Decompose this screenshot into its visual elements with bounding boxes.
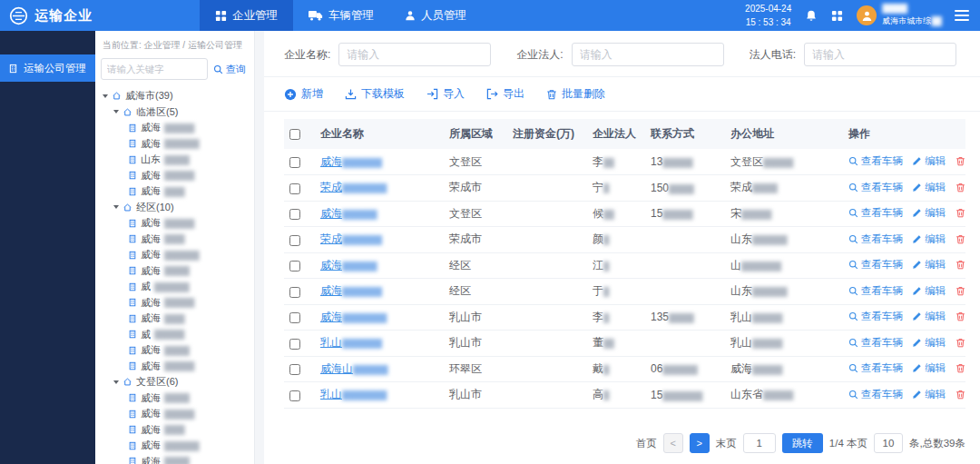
tree-search-input[interactable] <box>101 58 208 80</box>
view-vehicles-link[interactable]: 查看车辆 <box>848 336 903 350</box>
tree-node-city[interactable]: 威海市(39) <box>101 88 254 104</box>
tab-enterprise-management[interactable]: 企业管理 <box>200 0 293 31</box>
tree-node-company[interactable]: 威海████ <box>101 183 254 200</box>
edit-link[interactable]: 编辑 <box>912 206 946 220</box>
view-vehicles-link[interactable]: 查看车辆 <box>848 284 903 298</box>
row-checkbox[interactable] <box>289 287 300 298</box>
delete-link[interactable]: 删除 <box>956 206 965 220</box>
company-name-link[interactable]: 威海山███████ <box>320 362 387 375</box>
tree-node-company[interactable]: 威██████ <box>101 327 254 343</box>
view-vehicles-link[interactable]: 查看车辆 <box>848 154 903 168</box>
row-checkbox[interactable] <box>289 183 300 194</box>
tab-vehicle-management[interactable]: 车辆管理 <box>293 0 389 31</box>
view-vehicles-link[interactable]: 查看车辆 <box>848 388 903 401</box>
delete-link[interactable]: 删除 <box>956 181 965 194</box>
apps-grid-icon[interactable] <box>831 10 843 22</box>
company-name-link[interactable]: 威海████████ <box>320 284 381 297</box>
edit-link[interactable]: 编辑 <box>912 310 946 323</box>
export-button[interactable]: 导出 <box>486 86 524 102</box>
download-template-button[interactable]: 下载模板 <box>345 86 405 102</box>
delete-link[interactable]: 删除 <box>956 388 965 401</box>
tree-node-region[interactable]: 临港区(5) <box>101 104 254 121</box>
row-checkbox[interactable] <box>289 209 300 220</box>
tree-node-region[interactable]: 经区(10) <box>101 200 254 216</box>
tree-node-company[interactable]: 威海█████ <box>101 454 254 464</box>
add-button[interactable]: 新增 <box>284 86 323 102</box>
edit-link[interactable]: 编辑 <box>912 232 946 246</box>
row-checkbox[interactable] <box>289 339 300 350</box>
row-checkbox[interactable] <box>289 312 300 323</box>
tree-node-company[interactable]: 威海███████ <box>101 247 254 263</box>
edit-link[interactable]: 编辑 <box>912 361 946 375</box>
company-name-link[interactable]: 威海█████████ <box>320 311 386 323</box>
tree-node-company[interactable]: 威海█████ <box>101 263 254 280</box>
company-name-link[interactable]: 乳山█████████ <box>320 388 386 400</box>
row-checkbox[interactable] <box>289 235 300 246</box>
company-name-link[interactable]: 威海███████ <box>320 259 377 271</box>
delete-link[interactable]: 删除 <box>956 154 965 168</box>
company-name-link[interactable]: 乳山████████ <box>320 336 381 349</box>
company-name-link[interactable]: 荣成█████████ <box>320 181 386 193</box>
tree-search-button[interactable]: 查询 <box>211 58 249 80</box>
edit-link[interactable]: 编辑 <box>912 336 946 350</box>
company-name-link[interactable]: 威海████████ <box>320 155 381 168</box>
tree-node-region[interactable]: 文登区(6) <box>101 374 254 390</box>
pagination-prev[interactable]: < <box>663 433 683 453</box>
edit-link[interactable]: 编辑 <box>912 181 946 194</box>
edit-link[interactable]: 编辑 <box>912 258 946 271</box>
delete-link[interactable]: 删除 <box>956 361 965 375</box>
view-vehicles-link[interactable]: 查看车辆 <box>848 258 903 271</box>
pagination-first[interactable]: 首页 <box>636 437 657 450</box>
tree-node-company[interactable]: 威海██████ <box>101 406 254 422</box>
tree-node-company[interactable]: 威海██████ <box>101 215 254 232</box>
bell-icon[interactable] <box>805 9 818 23</box>
select-all-checkbox[interactable] <box>289 129 300 140</box>
tree-node-company[interactable]: 威海█████ <box>101 390 254 407</box>
view-vehicles-link[interactable]: 查看车辆 <box>848 181 903 194</box>
tree-node-company[interactable]: 威海████ <box>101 422 254 439</box>
pagination-page-input[interactable] <box>743 433 776 453</box>
row-checkbox[interactable] <box>289 157 300 168</box>
delete-link[interactable]: 删除 <box>956 284 965 298</box>
pagination-last[interactable]: 末页 <box>716 437 737 450</box>
tree-node-company[interactable]: 威海██████ <box>101 359 254 375</box>
view-vehicles-link[interactable]: 查看车辆 <box>848 361 903 375</box>
tree-node-company[interactable]: 威海████ <box>101 232 254 248</box>
edit-link[interactable]: 编辑 <box>912 388 946 401</box>
view-vehicles-link[interactable]: 查看车辆 <box>848 232 903 246</box>
edit-link[interactable]: 编辑 <box>912 284 946 298</box>
batch-delete-button[interactable]: 批量删除 <box>546 86 605 102</box>
row-checkbox[interactable] <box>289 261 300 271</box>
view-vehicles-link[interactable]: 查看车辆 <box>848 310 903 323</box>
rail-item-transport-company-mgmt[interactable]: 运输公司管理 <box>0 54 95 82</box>
pagination-jump-button[interactable]: 跳转 <box>782 433 823 453</box>
legal-person-input[interactable] <box>572 43 724 66</box>
tree-node-company[interactable]: 威海█████ <box>101 342 254 359</box>
import-button[interactable]: 导入 <box>426 86 465 102</box>
edit-link[interactable]: 编辑 <box>912 154 946 168</box>
delete-link[interactable]: 删除 <box>956 336 965 350</box>
tree-node-company[interactable]: 威███████ <box>101 279 254 295</box>
delete-link[interactable]: 删除 <box>956 232 965 246</box>
tree-node-company[interactable]: 威海██████ <box>101 295 254 311</box>
tab-personnel-management[interactable]: 人员管理 <box>389 0 482 31</box>
company-name-input[interactable] <box>338 43 491 66</box>
pagination-next[interactable]: > <box>690 433 710 453</box>
tree-node-company[interactable]: 威海████ <box>101 311 254 327</box>
page-size-select[interactable]: 10 <box>874 433 903 453</box>
row-checkbox[interactable] <box>289 364 300 375</box>
tree-node-company[interactable]: 山东█████ <box>101 152 254 168</box>
delete-link[interactable]: 删除 <box>956 310 965 323</box>
tree-node-company[interactable]: 威海███████ <box>101 438 254 454</box>
legal-phone-input[interactable] <box>804 43 956 66</box>
user-profile[interactable]: █████ 威海市城市综██ <box>857 3 941 28</box>
row-checkbox[interactable] <box>289 390 300 401</box>
tree-node-company[interactable]: 威海██████ <box>101 168 254 184</box>
view-vehicles-link[interactable]: 查看车辆 <box>848 206 903 220</box>
company-name-link[interactable]: 荣成████████ <box>320 232 381 245</box>
tree-node-company[interactable]: 威海███████ <box>101 136 254 153</box>
tree-node-company[interactable]: 威海██████ <box>101 120 254 136</box>
company-name-link[interactable]: 威海███████ <box>320 207 377 220</box>
delete-link[interactable]: 删除 <box>956 258 965 271</box>
menu-icon[interactable] <box>955 10 969 21</box>
